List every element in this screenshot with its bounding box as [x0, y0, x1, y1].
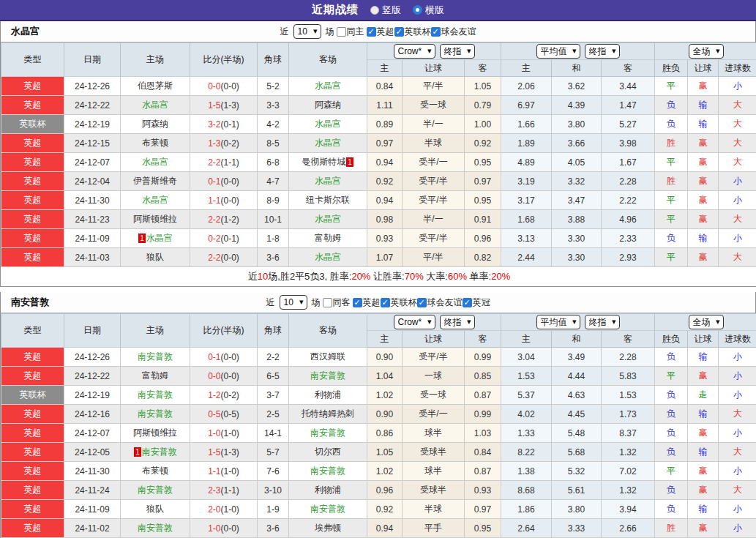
sub-column-header: 客	[465, 60, 501, 77]
league-filter-checkbox[interactable]: 英联杯	[381, 296, 417, 309]
league-filter-checkbox[interactable]: 英冠	[463, 296, 490, 309]
avg-stage-select[interactable]: 终指	[585, 44, 620, 59]
radio-label: 竖版	[382, 4, 401, 17]
league-type-cell: 英超	[1, 405, 64, 424]
corner-score: 1-8	[258, 229, 289, 248]
result-goals: 大	[719, 443, 756, 462]
league-filter-checkbox[interactable]: 英联杯	[394, 26, 431, 38]
summary-row: 近10场,胜2平5负3, 胜率:20% 让胜率:70% 大率:60% 单率:20…	[1, 267, 756, 287]
away-team-cell: 富勒姆	[289, 229, 367, 248]
odds-away: 0.87	[465, 386, 501, 405]
match-date: 24-12-19	[64, 386, 121, 405]
avg-stage-select-wrap: 终指	[585, 315, 620, 329]
result-goals: 大	[719, 210, 756, 229]
score-cell: 1-5(1-3)	[190, 443, 258, 462]
column-header: 角球	[258, 43, 289, 77]
avg-away: 1.73	[602, 405, 655, 424]
league-filter-checkbox[interactable]: 球会友谊	[417, 296, 463, 309]
halftime-score: (0-0)	[221, 176, 239, 187]
match-row: 英超24-11-30布莱顿1-1(1-0)7-6南安普敦1.02球半0.871.…	[1, 462, 756, 481]
result-outcome: 胜	[655, 172, 688, 191]
match-date: 24-11-23	[64, 210, 121, 229]
home-team-cell: 布莱顿	[121, 462, 190, 481]
league-filters: 英超英联杯球会友谊	[367, 26, 476, 38]
league-filter-checkbox[interactable]: 英超	[367, 26, 394, 38]
score-cell: 1-3(0-2)	[190, 134, 258, 153]
match-date: 24-12-22	[64, 367, 121, 386]
team-name: 水晶宫	[146, 233, 173, 243]
same-venue-checkbox[interactable]: 同主	[337, 26, 364, 38]
result-outcome: 负	[655, 386, 688, 405]
radio-unchecked-icon	[370, 6, 379, 15]
avg-stage-select[interactable]: 终指	[585, 315, 620, 329]
league-type-cell: 英超	[1, 191, 64, 210]
home-team-cell: 水晶宫	[121, 191, 190, 210]
avg-away: 3.94	[602, 500, 655, 519]
avg-draw: 4.63	[552, 386, 602, 405]
odds-provider-select[interactable]: Crow*	[394, 44, 435, 59]
avg-home: 2.64	[501, 519, 552, 538]
avg-draw: 3.62	[552, 77, 602, 96]
result-outcome: 胜	[655, 134, 688, 153]
vertical-layout-radio[interactable]: 竖版	[370, 4, 401, 17]
odds-home: 1.02	[367, 462, 403, 481]
result-handicap: 输	[688, 443, 719, 462]
avg-away: 2.93	[602, 248, 655, 267]
horizontal-layout-radio[interactable]: 横版	[413, 4, 444, 17]
odds-handicap: 受平/半	[403, 229, 465, 248]
team-name: 水晶宫	[315, 176, 341, 186]
halftime-score: (0-2)	[221, 138, 239, 149]
avg-away: 2.33	[602, 229, 655, 248]
result-handicap: 输	[688, 229, 719, 248]
result-handicap: 赢	[688, 248, 719, 267]
results-table: 类型 日期 主场 比分(半场) 角球 客场 Crow*终指 平均值终指 全场	[1, 42, 756, 286]
corner-score: 8-5	[258, 134, 289, 153]
odds-stage-select[interactable]: 终指	[440, 315, 475, 329]
avg-provider-select[interactable]: 平均值	[536, 315, 580, 329]
odds-handicap: 受球半	[403, 443, 465, 462]
odds-stage-select[interactable]: 终指	[440, 44, 475, 59]
league-filter-checkbox[interactable]: 英超	[353, 296, 381, 309]
home-team-cell: 狼队	[121, 248, 190, 267]
scope-select[interactable]: 全场	[689, 315, 724, 329]
fulltime-score: 1-0	[208, 428, 220, 438]
odds-home: 0.89	[367, 115, 403, 134]
avg-draw: 3.32	[552, 172, 602, 191]
away-team-cell: 利物浦	[289, 481, 367, 500]
odds-provider-select[interactable]: Crow*	[394, 315, 435, 329]
score-cell: 0-1(0-0)	[190, 348, 258, 367]
away-team-cell: 水晶宫	[289, 210, 367, 229]
sub-column-header: 主	[367, 331, 403, 348]
scope-select[interactable]: 全场	[689, 44, 724, 59]
odds-handicap: 一球	[403, 367, 465, 386]
halftime-score: (1-1)	[221, 485, 239, 496]
avg-provider-select[interactable]: 平均值	[536, 44, 580, 59]
fulltime-score: 1-2	[208, 390, 220, 400]
odds-away: 1.05	[465, 77, 501, 96]
result-outcome: 负	[655, 424, 688, 443]
checkbox-icon	[463, 298, 472, 307]
sections-container: 水晶宫 近 10 场 同主 英超英联杯球会友谊	[0, 21, 756, 538]
odds-handicap: 球半	[403, 462, 465, 481]
league-filter-checkbox[interactable]: 球会友谊	[431, 26, 476, 38]
avg-provider-select-wrap: 平均值	[536, 315, 580, 329]
corner-score: 3-6	[258, 248, 289, 267]
score-cell: 0-0(0-0)	[190, 77, 258, 96]
checkbox-icon	[381, 298, 390, 307]
sub-column-header: 胜负	[655, 331, 688, 348]
league-filter-label: 英超	[363, 296, 381, 309]
radio-checked-icon	[413, 5, 422, 15]
odds-handicap: 受平/半	[403, 191, 465, 210]
match-count-select-wrap: 10	[293, 24, 321, 39]
match-count-select[interactable]: 10	[293, 24, 321, 39]
odds-handicap: 受一球	[403, 386, 465, 405]
column-header: 日期	[64, 43, 121, 77]
match-count-select[interactable]: 10	[280, 295, 307, 310]
odds-handicap: 平手	[403, 519, 465, 538]
same-venue-checkbox[interactable]: 同客	[323, 296, 351, 309]
result-handicap: 赢	[688, 462, 719, 481]
match-count-select-wrap: 10	[280, 295, 307, 310]
sub-column-header: 和	[552, 331, 602, 348]
match-row: 英超24-12-07阿斯顿维拉1-0(1-0)14-1南安普敦0.86球半1.0…	[1, 424, 756, 443]
match-row: 英超24-12-15布莱顿1-3(0-2)8-5水晶宫0.97半球0.921.8…	[1, 134, 756, 153]
